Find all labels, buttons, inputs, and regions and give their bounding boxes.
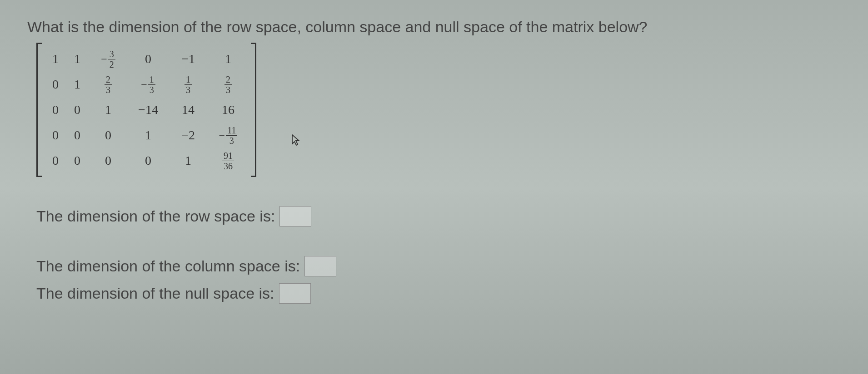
matrix-cell: 1 [45,46,66,72]
cursor-icon [291,134,301,150]
column-space-input[interactable] [304,256,336,276]
bracket-right [251,43,256,177]
matrix-cell: 0 [128,148,168,173]
matrix-cell: 0 [128,46,168,72]
row-space-input[interactable] [279,206,311,226]
matrix-row: 0001−2−113 [45,123,248,148]
matrix-cell: 1 [208,46,248,72]
matrix-cell: 1 [128,123,168,148]
null-space-answer: The dimension of the null space is: [36,283,841,304]
matrix-cell: 0 [45,97,66,123]
matrix-cell: −2 [168,123,208,148]
matrix-row: 11−320−11 [45,46,248,72]
matrix-row: 0123−131323 [45,72,248,97]
matrix-cell: 0 [66,123,88,148]
question-text: What is the dimension of the row space, … [27,18,841,36]
matrix-cell: 16 [208,97,248,123]
matrix-cell: 9136 [208,148,248,173]
matrix-cell: 14 [168,97,208,123]
bracket-left [36,43,42,177]
matrix-table: 11−320−110123−131323001−1414160001−2−113… [45,46,248,173]
matrix-cell: 23 [88,72,128,97]
matrix-cell: 13 [168,72,208,97]
matrix: 11−320−110123−131323001−1414160001−2−113… [36,43,256,177]
matrix-cell: 1 [88,97,128,123]
matrix-cell: 1 [66,72,88,97]
matrix-row: 000019136 [45,148,248,173]
matrix-cell: −1 [168,46,208,72]
matrix-cell: 1 [66,46,88,72]
column-space-label: The dimension of the column space is: [36,257,300,275]
matrix-cell: 0 [45,72,66,97]
null-space-label: The dimension of the null space is: [36,285,274,302]
matrix-cell: 0 [88,123,128,148]
matrix-cell: 0 [45,123,66,148]
matrix-cell: 23 [208,72,248,97]
matrix-cell: −32 [88,46,128,72]
row-space-label: The dimension of the row space is: [36,207,275,225]
matrix-cell: −113 [208,123,248,148]
matrix-cell: 0 [88,148,128,173]
matrix-cell: 0 [66,148,88,173]
column-space-answer: The dimension of the column space is: [36,256,841,276]
null-space-input[interactable] [279,283,311,304]
row-space-answer: The dimension of the row space is: [36,206,841,226]
matrix-cell: 1 [168,148,208,173]
matrix-row: 001−141416 [45,97,248,123]
matrix-cell: 0 [45,148,66,173]
matrix-cell: −14 [128,97,168,123]
matrix-cell: −13 [128,72,168,97]
matrix-cell: 0 [66,97,88,123]
